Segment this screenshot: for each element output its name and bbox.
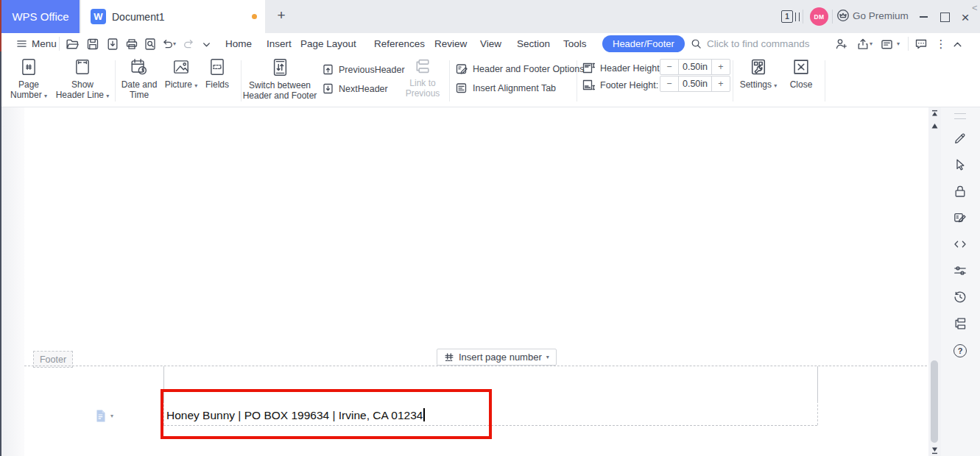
footer-options-quick-button[interactable] — [94, 409, 113, 423]
maximize-button[interactable] — [937, 9, 953, 25]
main-menu-button[interactable]: Menu — [16, 33, 57, 54]
ribbon-separator — [449, 60, 450, 101]
tab-home[interactable]: Home — [225, 33, 252, 54]
print-button[interactable] — [124, 37, 139, 51]
date-and-time-button[interactable]: Date andTime — [118, 57, 161, 100]
command-search-input[interactable]: Click to find commands — [691, 33, 810, 54]
sidebar-drag-handle[interactable] — [954, 113, 966, 119]
tab-review[interactable]: Review — [434, 33, 467, 54]
previous-header-icon — [322, 63, 334, 76]
layout-dropdown-caret[interactable] — [895, 37, 901, 51]
print-preview-button[interactable] — [143, 37, 158, 51]
scrollbar-thumb[interactable] — [931, 360, 938, 443]
toolbar-layout-icon[interactable] — [879, 37, 894, 51]
page-number-icon — [19, 57, 38, 76]
menubar-divider — [908, 37, 909, 51]
insert-alignment-tab-button[interactable]: Insert Alignment Tab — [455, 82, 556, 95]
customize-toolbar-chevron-icon[interactable] — [199, 37, 214, 51]
fields-icon — [208, 57, 227, 76]
next-page-button[interactable] — [931, 446, 939, 455]
tab-insert[interactable]: Insert — [267, 33, 292, 54]
save-button[interactable] — [85, 37, 100, 51]
share-dropdown-caret[interactable] — [868, 37, 874, 51]
titlebar-divider — [803, 10, 803, 24]
footer-area-right-edge-dashed — [817, 401, 818, 425]
tab-section[interactable]: Section — [517, 33, 550, 54]
lock-protect-icon[interactable] — [953, 184, 967, 199]
vertical-scrollbar[interactable] — [928, 107, 941, 456]
collapse-ribbon-icon[interactable] — [950, 37, 965, 51]
footer-area-right-edge — [817, 366, 818, 401]
footer-height-control: Footer Height: — [582, 78, 658, 92]
header-footer-options-button[interactable]: Header and Footer Options — [455, 63, 584, 76]
menu-label: Menu — [32, 38, 57, 49]
tab-tools[interactable]: Tools — [563, 33, 587, 54]
user-avatar[interactable]: DM — [810, 7, 828, 26]
scroll-to-top-button[interactable] — [931, 110, 939, 118]
footer-document-icon — [94, 409, 107, 423]
undo-dropdown-caret[interactable] — [172, 37, 177, 51]
window-count-indicator[interactable]: 1 — [781, 10, 800, 23]
export-pdf-button[interactable] — [105, 37, 120, 51]
switch-header-footer-icon — [270, 57, 290, 77]
ink-pen-tool-icon[interactable] — [953, 131, 967, 146]
comment-icon[interactable] — [914, 37, 928, 51]
header-height-increase-button[interactable] — [712, 60, 730, 74]
go-premium-button[interactable]: Go Premium — [836, 9, 909, 22]
edit-restrictions-icon[interactable] — [953, 210, 967, 225]
wps-office-button[interactable]: WPS Office — [1, 0, 80, 33]
dropdown-caret — [194, 82, 197, 89]
navigation-outline-icon[interactable] — [953, 316, 967, 331]
previous-header-button[interactable]: PreviousHeader — [322, 63, 405, 76]
footer-text[interactable]: Honey Bunny | PO BOX 199634 | Irvine, CA… — [166, 408, 425, 422]
code-view-icon[interactable] — [953, 237, 967, 252]
tab-view[interactable]: View — [480, 33, 501, 54]
redo-button[interactable] — [181, 37, 196, 51]
dropdown-caret — [44, 93, 47, 99]
switch-header-footer-button[interactable]: Switch betweenHeader and Footer — [243, 57, 317, 101]
select-cursor-tool-icon[interactable] — [953, 157, 967, 172]
help-icon[interactable]: ? — [953, 343, 967, 358]
more-options-icon[interactable]: ⋮ — [934, 37, 948, 51]
tab-header-footer-active[interactable]: Header/Footer — [602, 35, 685, 52]
footer-boundary-line — [24, 366, 927, 366]
close-header-footer-button[interactable]: Close — [785, 57, 817, 90]
picture-button[interactable]: Picture — [162, 57, 200, 90]
tab-references[interactable]: References — [374, 33, 425, 54]
window-stack-icon — [795, 13, 800, 21]
link-to-previous-button[interactable]: Link toPrevious — [403, 57, 442, 99]
footer-height-icon — [582, 78, 596, 92]
adjust-sliders-icon[interactable] — [953, 263, 967, 278]
search-placeholder: Click to find commands — [707, 38, 810, 49]
settings-button[interactable]: Settings — [738, 57, 779, 90]
dropdown-caret — [106, 93, 109, 99]
close-icon — [792, 57, 811, 76]
footer-height-stepper: 0.50in — [660, 76, 730, 92]
show-header-line-button[interactable]: Show Header Line — [52, 57, 113, 100]
document-tab[interactable]: W Document1 — [81, 0, 265, 33]
footer-height-value[interactable]: 0.50in — [678, 76, 712, 91]
footer-height-decrease-button[interactable] — [660, 76, 678, 91]
previous-page-button[interactable] — [931, 123, 939, 129]
search-icon — [691, 38, 702, 49]
open-file-button[interactable] — [65, 37, 80, 51]
screen-edge-artifact — [0, 0, 1, 456]
insert-page-number-button[interactable]: Insert page number — [437, 349, 557, 366]
dropdown-caret — [774, 82, 777, 89]
tab-page-layout[interactable]: Page Layout — [300, 33, 356, 54]
new-tab-button[interactable]: + — [273, 7, 289, 24]
hamburger-icon — [16, 38, 27, 49]
next-header-button[interactable]: NextHeader — [322, 82, 388, 95]
page-number-button[interactable]: Page Number — [7, 57, 50, 100]
close-window-button[interactable]: × — [957, 9, 973, 25]
footer-height-increase-button[interactable] — [712, 76, 730, 91]
document-canvas[interactable]: Footer Insert page number Honey Bunny | … — [0, 107, 928, 456]
fields-button[interactable]: Fields — [200, 57, 234, 90]
header-height-decrease-button[interactable] — [660, 60, 678, 74]
share-with-user-icon[interactable] — [834, 37, 849, 51]
history-version-icon[interactable] — [953, 290, 967, 304]
minimize-button[interactable] — [915, 9, 931, 25]
window-count-value: 1 — [781, 10, 793, 23]
ribbon-separator — [115, 60, 116, 101]
header-height-value[interactable]: 0.50in — [678, 60, 712, 74]
